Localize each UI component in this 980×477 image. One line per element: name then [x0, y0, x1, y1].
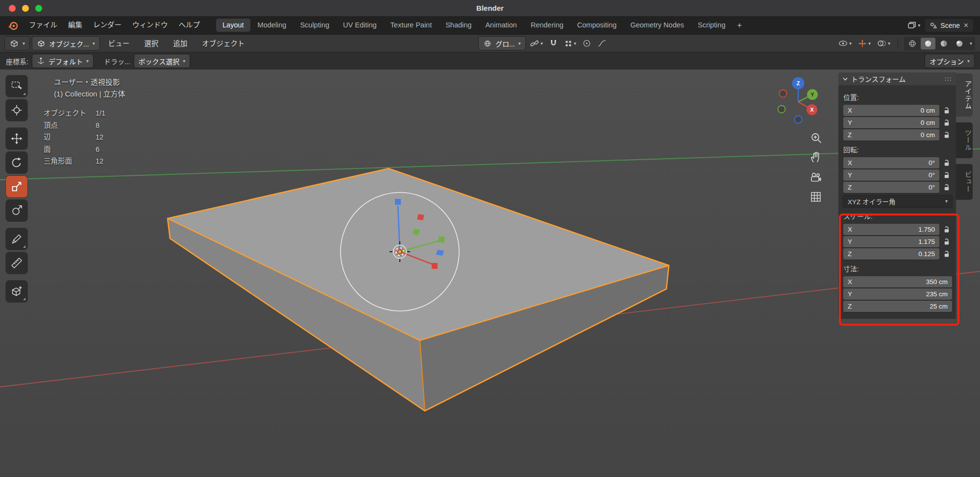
gizmo-x-handle[interactable]	[432, 263, 438, 269]
proportional-falloff-button[interactable]	[596, 37, 608, 50]
snap-target-button[interactable]: ▾	[528, 37, 544, 50]
rotation-x-field[interactable]: X0°	[843, 157, 939, 168]
zoom-view-button[interactable]	[808, 129, 824, 146]
lock-icon[interactable]	[941, 169, 952, 181]
mode-dropdown[interactable]: オブジェク... ▾	[32, 37, 99, 50]
menu-view[interactable]: ビュー	[102, 35, 136, 52]
snap-toggle-button[interactable]	[547, 37, 560, 50]
scale-y-field[interactable]: Y1.175	[843, 236, 939, 247]
tab-scripting[interactable]: Scripting	[691, 19, 732, 32]
panel-grip-icon[interactable]	[945, 77, 952, 81]
select-mode-value: ボックス選択	[139, 56, 180, 66]
rotation-z-field[interactable]: Z0°	[843, 182, 939, 193]
viewport-3d[interactable]: ユーザー・透視投影 (1) Collection | 立方体 オブジェクト1/1…	[0, 70, 980, 477]
editor-type-button[interactable]: ▾	[5, 37, 29, 50]
blender-logo-icon[interactable]	[7, 19, 20, 32]
gizmo-y-handle[interactable]	[439, 237, 444, 242]
tab-geometry-nodes[interactable]: Geometry Nodes	[624, 19, 690, 32]
browse-scene-button[interactable]: ▾	[906, 19, 922, 32]
zoom-window-button[interactable]	[35, 5, 42, 12]
location-z-field[interactable]: Z0 cm	[843, 129, 939, 141]
dimensions-y-field[interactable]: Y235 cm	[843, 288, 952, 300]
lock-icon[interactable]	[941, 157, 952, 168]
location-x-field[interactable]: X0 cm	[843, 105, 939, 116]
menu-file[interactable]: ファイル	[24, 16, 63, 34]
rotation-mode-dropdown[interactable]: XYZ オイラー角 ▾	[843, 195, 952, 207]
navigation-axis-gizmo[interactable]: Z Y X	[762, 72, 831, 130]
axis-minus-z-ball[interactable]	[795, 116, 802, 123]
menu-help[interactable]: ヘルプ	[173, 16, 206, 34]
sidebar-tab-item[interactable]: アイテム	[956, 73, 973, 117]
lock-icon[interactable]	[941, 224, 952, 235]
shading-wireframe-button[interactable]	[905, 38, 920, 49]
location-y-field[interactable]: Y0 cm	[843, 117, 939, 128]
tab-compositing[interactable]: Compositing	[571, 19, 623, 32]
tool-scale[interactable]	[6, 176, 27, 197]
cube-object[interactable]	[168, 168, 669, 411]
gizmo-z-handle[interactable]	[395, 199, 401, 205]
tab-animation[interactable]: Animation	[479, 19, 523, 32]
toggle-ortho-button[interactable]	[808, 189, 824, 205]
dimensions-x-field[interactable]: X350 cm	[843, 276, 952, 287]
menu-select[interactable]: 選択	[138, 35, 164, 52]
sidebar-tab-tool[interactable]: ツール	[956, 122, 973, 158]
menu-render[interactable]: レンダー	[88, 16, 127, 34]
lock-icon[interactable]	[941, 105, 952, 116]
lock-icon[interactable]	[941, 129, 952, 141]
show-gizmo-button[interactable]: ▾	[856, 37, 872, 50]
chevron-down-icon[interactable]: ▾	[968, 41, 974, 46]
shading-material-button[interactable]	[936, 38, 951, 49]
sidebar-tab-view[interactable]: ビュー	[956, 164, 973, 200]
field-value: 350 cm	[926, 278, 948, 286]
tab-modeling[interactable]: Modeling	[251, 19, 293, 32]
scale-z-field[interactable]: Z0.125	[843, 248, 939, 260]
unlink-scene-icon[interactable]	[963, 22, 969, 28]
tool-rotate[interactable]	[6, 152, 27, 173]
rotation-y-field[interactable]: Y0°	[843, 169, 939, 181]
coord-system-dropdown[interactable]: デフォルト ▾	[32, 54, 93, 68]
lock-icon[interactable]	[941, 248, 952, 260]
tab-sculpting[interactable]: Sculpting	[294, 19, 336, 32]
menu-edit[interactable]: 編集	[63, 16, 88, 34]
menu-add[interactable]: 追加	[167, 35, 193, 52]
add-workspace-button[interactable]: +	[733, 19, 746, 32]
transform-orientation-dropdown[interactable]: グロ... ▾	[479, 37, 525, 50]
viewport-header: ▾ オブジェク... ▾ ビュー 選択 追加 オブジェクト グロ... ▾ ▾ …	[0, 34, 980, 52]
tool-annotate[interactable]	[6, 228, 27, 250]
select-mode-dropdown[interactable]: ボックス選択 ▾	[134, 54, 190, 68]
tool-cursor[interactable]	[6, 99, 27, 121]
shading-rendered-button[interactable]	[952, 38, 967, 49]
minimize-window-button[interactable]	[22, 5, 29, 12]
tab-uv-editing[interactable]: UV Editing	[337, 19, 383, 32]
scale-x-field[interactable]: X1.750	[843, 224, 939, 235]
lock-icon[interactable]	[941, 117, 952, 128]
menu-object[interactable]: オブジェクト	[196, 35, 250, 52]
options-dropdown[interactable]: オプション ▾	[925, 54, 974, 68]
transform-panel-header[interactable]: トランスフォーム	[838, 72, 956, 85]
pan-view-button[interactable]	[808, 149, 824, 166]
close-window-button[interactable]	[9, 5, 16, 12]
dimensions-z-field[interactable]: Z25 cm	[843, 301, 952, 312]
tab-texture-paint[interactable]: Texture Paint	[384, 19, 439, 32]
tool-select-box[interactable]	[6, 75, 27, 97]
lock-icon[interactable]	[941, 236, 952, 247]
tab-shading[interactable]: Shading	[439, 19, 478, 32]
show-overlays-button[interactable]: ▾	[875, 37, 892, 50]
tool-add-cube[interactable]	[6, 281, 27, 302]
tab-rendering[interactable]: Rendering	[524, 19, 570, 32]
shading-solid-button[interactable]	[921, 38, 935, 49]
lock-icon[interactable]	[941, 182, 952, 193]
scene-name-field[interactable]: Scene	[925, 19, 973, 32]
axis-minus-x-ball[interactable]	[780, 90, 787, 97]
tool-move[interactable]	[6, 128, 27, 149]
proportional-editing-button[interactable]	[581, 37, 593, 50]
scene-canvas[interactable]	[0, 70, 980, 477]
object-visibility-button[interactable]: ▾	[836, 37, 853, 50]
menu-window[interactable]: ウィンドウ	[127, 16, 173, 34]
snap-settings-button[interactable]: ▾	[563, 37, 578, 50]
tool-measure[interactable]	[6, 252, 27, 274]
tool-transform[interactable]	[6, 200, 27, 221]
camera-view-button[interactable]	[808, 169, 824, 186]
axis-minus-y-ball[interactable]	[778, 106, 785, 113]
tab-layout[interactable]: Layout	[216, 19, 250, 32]
